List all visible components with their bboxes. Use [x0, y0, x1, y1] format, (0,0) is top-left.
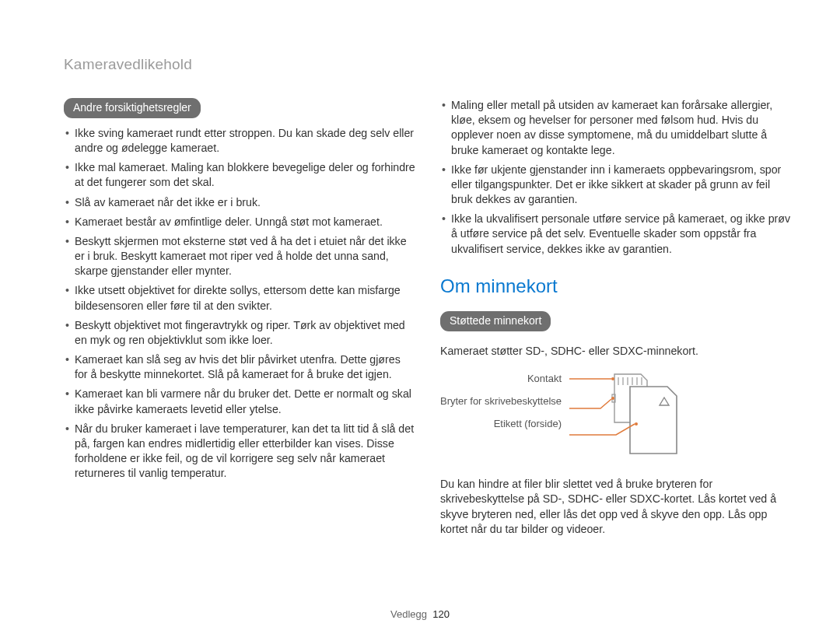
section-title-memory-cards: Om minnekort — [440, 274, 792, 299]
supported-cards-intro: Kameraet støtter SD-, SDHC- eller SDXC-m… — [440, 344, 792, 359]
list-item: Ikke sving kameraet rundt etter stroppen… — [64, 126, 415, 156]
list-item: Ikke la ukvalifisert personale utføre se… — [440, 212, 792, 257]
list-item: Ikke før ukjente gjenstander inn i kamer… — [440, 163, 792, 208]
right-top-bullet-list: Maling eller metall på utsiden av kamera… — [440, 98, 792, 257]
footer-page-number: 120 — [432, 608, 450, 620]
label-contact: Kontakt — [440, 373, 562, 386]
list-item: Kameraet kan bli varmere når du bruker d… — [64, 387, 415, 416]
sd-card-diagram-block: Kontakt Bryter for skrivebeskyttelse Eti… — [440, 370, 792, 463]
list-item: Slå av kameraet når det ikke er i bruk. — [64, 195, 415, 210]
svg-point-8 — [611, 397, 614, 400]
svg-point-7 — [611, 377, 614, 380]
label-write-protect: Bryter for skrivebeskyttelse — [440, 395, 562, 408]
list-item: Ikke utsett objektivet for direkte solly… — [64, 283, 415, 313]
pill-other-precautions: Andre forsiktighetsregler — [64, 98, 201, 118]
content-columns: Andre forsiktighetsregler Ikke sving kam… — [64, 98, 792, 537]
list-item: Når du bruker kameraet i lave temperatur… — [64, 422, 415, 482]
page-footer: Vedlegg 120 — [0, 608, 840, 620]
left-bullet-list: Ikke sving kameraet rundt etter stroppen… — [64, 126, 415, 482]
left-column: Andre forsiktighetsregler Ikke sving kam… — [64, 98, 415, 537]
right-column: Maling eller metall på utsiden av kamera… — [440, 98, 792, 537]
svg-point-9 — [635, 422, 638, 426]
running-head: Kameravedlikehold — [64, 56, 792, 73]
footer-section: Vedlegg — [390, 608, 427, 620]
sd-diagram-labels: Kontakt Bryter for skrivebeskyttelse Eti… — [440, 370, 562, 440]
list-item: Beskytt objektivet mot fingeravtrykk og … — [64, 318, 415, 348]
list-item: Beskytt skjermen mot eksterne støt ved å… — [64, 234, 415, 279]
sd-card-icon — [568, 370, 684, 463]
list-item: Maling eller metall på utsiden av kamera… — [440, 98, 792, 158]
list-item: Kameraet består av ømfintlige deler. Unn… — [64, 215, 415, 229]
pill-supported-cards: Støttede minnekort — [440, 311, 551, 331]
list-item: Ikke mal kameraet. Maling kan blokkere b… — [64, 160, 415, 190]
list-item: Kameraet kan slå seg av hvis det blir på… — [64, 352, 415, 382]
write-protect-paragraph: Du kan hindre at filer blir slettet ved … — [440, 477, 792, 537]
label-front: Etikett (forside) — [440, 418, 562, 431]
